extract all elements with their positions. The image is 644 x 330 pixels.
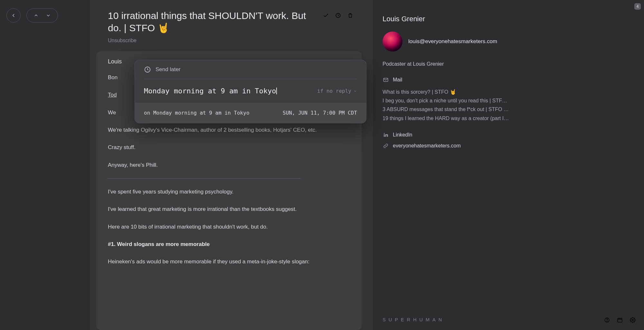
message-column: 10 irrational things that SHOULDN'T work…: [90, 0, 373, 330]
message-header: 10 irrational things that SHOULDN'T work…: [90, 0, 373, 43]
body-paragraph: Here are 10 bits of irrational marketing…: [108, 223, 350, 231]
linkedin-row[interactable]: LinkedIn: [383, 132, 634, 138]
snooze-button[interactable]: [334, 11, 343, 20]
svg-point-4: [384, 133, 385, 134]
count-badge[interactable]: 4: [634, 3, 641, 10]
calendar-button[interactable]: [616, 316, 623, 324]
send-later-suggestion[interactable]: on Monday morning at 9 am in Tokyo SUN, …: [135, 103, 366, 123]
linkedin-label: LinkedIn: [393, 132, 412, 138]
svg-rect-7: [618, 318, 622, 322]
mail-section-header[interactable]: Mail: [383, 77, 634, 83]
chevron-down-icon: [46, 13, 51, 18]
divider: [108, 178, 301, 179]
body-paragraph: Crazy stuff.: [108, 143, 350, 152]
if-no-reply-dropdown[interactable]: if no reply: [317, 88, 357, 94]
brand-wordmark: SUPERHUMAN: [383, 317, 445, 322]
website-row[interactable]: everyonehatesmarketers.com: [383, 143, 634, 149]
chevron-down-icon: [353, 89, 357, 93]
body-paragraph: Anyway, here's Phill.: [108, 161, 350, 169]
body-paragraph: Heineken's ads would be more memorable i…: [108, 258, 350, 266]
mark-done-button[interactable]: [321, 11, 330, 20]
clock-icon: [335, 12, 341, 19]
send-later-input-text: Monday morning at 9 am in Tokyo: [144, 87, 276, 95]
trash-icon: [347, 13, 353, 18]
text-caret: [276, 88, 277, 94]
send-later-popover: Send later Monday morning at 9 am in Tok…: [135, 60, 366, 123]
body-paragraph: I've spent five years studying marketing…: [108, 188, 350, 196]
contact-panel: 4 Louis Grenier louis@everyonehatesmarke…: [373, 0, 644, 330]
mail-icon: [383, 77, 389, 83]
mail-list-item[interactable]: What is this sorcery? | STFO 🤘: [383, 88, 634, 96]
nav-up-down[interactable]: [26, 8, 58, 23]
unsubscribe-link[interactable]: Unsubscribe: [108, 38, 355, 43]
svg-rect-3: [384, 134, 385, 137]
send-later-input[interactable]: Monday morning at 9 am in Tokyo: [144, 87, 276, 95]
body-paragraph: I've learned that great marketing is mor…: [108, 205, 350, 213]
nav-column: [0, 0, 90, 330]
contact-role: Podcaster at Louis Grenier: [383, 61, 634, 67]
mail-list-item[interactable]: I beg you, don't pick a niche until you …: [383, 96, 634, 105]
mail-list-item[interactable]: 19 things I learned the HARD way as a cr…: [383, 114, 634, 123]
mail-list-item[interactable]: 3 ABSURD messages that stand the f*ck ou…: [383, 105, 634, 114]
suggestion-time: SUN, JUN 11, 7:00 PM CDT: [283, 110, 357, 116]
popover-label: Send later: [156, 66, 181, 73]
mail-list: What is this sorcery? | STFO 🤘 I beg you…: [383, 88, 634, 123]
website-link: everyonehatesmarketers.com: [393, 143, 461, 149]
if-no-reply-label: if no reply: [317, 88, 351, 94]
contact-email: louis@everyonehatesmarketers.com: [408, 38, 497, 45]
body-link[interactable]: Tod: [108, 92, 117, 98]
avatar: [383, 32, 402, 52]
back-button[interactable]: [6, 8, 21, 23]
settings-button[interactable]: [629, 316, 636, 324]
calendar-icon: [617, 317, 623, 323]
suggestion-label: on Monday morning at 9 am in Tokyo: [144, 110, 250, 116]
arrow-left-icon: [11, 13, 16, 18]
clock-icon: [144, 66, 151, 73]
footer-icons: [603, 316, 636, 324]
help-icon: [604, 317, 610, 323]
popover-header: Send later: [135, 60, 366, 79]
help-button[interactable]: [603, 316, 611, 324]
sender-name: Louis: [108, 58, 122, 65]
trash-button[interactable]: [346, 11, 355, 20]
contact-name: Louis Grenier: [383, 15, 634, 23]
body-heading: #1. Weird slogans are more memorable: [108, 240, 350, 249]
mail-label: Mail: [393, 77, 402, 83]
link-icon: [383, 143, 389, 149]
message-title: 10 irrational things that SHOULDN'T work…: [108, 10, 321, 34]
check-icon: [323, 12, 329, 19]
gear-icon: [630, 317, 636, 323]
svg-point-6: [607, 321, 607, 321]
message-title-actions: [321, 10, 355, 20]
svg-point-8: [632, 319, 634, 321]
body-paragraph: We're talking Ogilvy's Vice-Chairman, au…: [108, 126, 350, 134]
chevron-up-icon: [33, 13, 39, 18]
linkedin-icon: [383, 132, 389, 138]
